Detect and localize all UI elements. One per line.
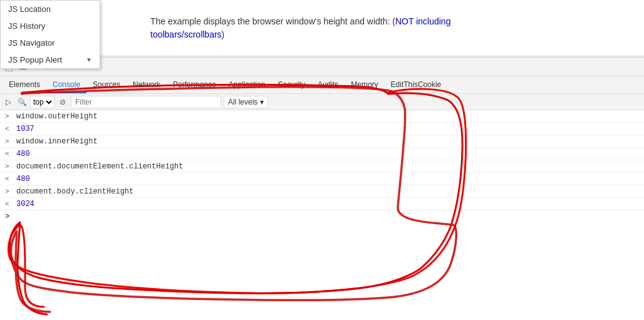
console-clear-btn[interactable]: ▷ <box>3 96 14 108</box>
webpage-description: The example displays the browser window'… <box>150 15 450 41</box>
console-filter-btn[interactable]: 🔍 <box>16 96 28 108</box>
console-toolbar: ▷ 🔍 top ⊘ All levels ▾ <box>0 94 644 110</box>
arrow-left-icon: < <box>5 150 13 158</box>
console-levels-dropdown[interactable]: All levels ▾ <box>224 96 268 108</box>
tab-audits[interactable]: Audits <box>311 76 345 93</box>
console-line-8: < 3024 <box>0 198 644 210</box>
arrow-right-icon: > <box>5 163 13 170</box>
arrow-right-icon: > <box>5 188 13 195</box>
tab-console[interactable]: Console <box>46 76 86 93</box>
arrow-left-icon: < <box>5 125 13 133</box>
dropdown-item-js-location[interactable]: JS Location <box>1 1 100 18</box>
console-output[interactable]: > window.outerHeight < 1037 > window.inn… <box>0 110 644 320</box>
tab-sources[interactable]: Sources <box>86 76 127 93</box>
tab-network[interactable]: Network <box>127 76 167 93</box>
console-context-select[interactable]: top <box>30 96 55 108</box>
dropdown-item-js-history[interactable]: JS History <box>1 18 100 34</box>
console-line-4: < 480 <box>0 148 644 160</box>
console-line-3: > window.innerHeight <box>0 135 644 148</box>
tab-elements[interactable]: Elements <box>3 76 46 93</box>
highlight-text: NOT includingtoolbars/scrollbars <box>150 16 450 39</box>
tab-memory[interactable]: Memory <box>345 76 384 93</box>
tab-performance[interactable]: Performance <box>167 76 222 93</box>
dropdown-item-js-navigator[interactable]: JS Navigator <box>1 34 100 51</box>
prompt-arrow-icon: > <box>5 212 9 221</box>
console-line-7: > document.body.clientHeight <box>0 185 644 198</box>
dropdown-menu: JS Location JS History JS Navigator JS P… <box>0 0 100 69</box>
dropdown-item-js-popup-alert[interactable]: JS Popup Alert ▼ <box>1 51 100 68</box>
devtools-panel: ⬚ ▭ Elements Console Sources Network Per… <box>0 57 644 320</box>
arrow-left-icon: < <box>5 175 13 183</box>
tab-application[interactable]: Application <box>222 76 272 93</box>
console-prompt[interactable]: > <box>0 210 644 223</box>
levels-arrow-icon: ▾ <box>260 98 264 106</box>
arrow-right-icon: > <box>5 113 13 120</box>
devtools-tabs: Elements Console Sources Network Perform… <box>0 76 644 94</box>
arrow-left-icon: < <box>5 200 13 208</box>
console-line-5: > document.documentElement.clientHeight <box>0 160 644 173</box>
dropdown-arrow-icon: ▼ <box>86 56 92 63</box>
tab-security[interactable]: Security <box>272 76 311 93</box>
console-filter-input[interactable] <box>71 96 221 108</box>
console-line-6: < 480 <box>0 173 644 185</box>
console-line-2: < 1037 <box>0 123 644 135</box>
console-block-icon[interactable]: ⊘ <box>57 96 68 108</box>
tab-editthiscookie[interactable]: EditThisCookie <box>385 76 448 93</box>
console-line-1: > window.outerHeight <box>0 110 644 123</box>
arrow-right-icon: > <box>5 138 13 145</box>
